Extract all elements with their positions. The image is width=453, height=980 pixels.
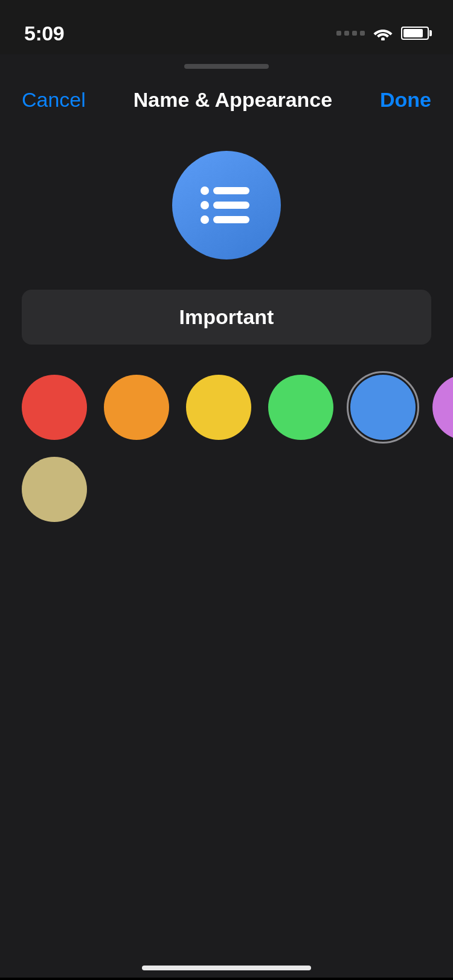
- svg-point-1: [201, 186, 209, 195]
- svg-point-3: [201, 201, 209, 209]
- color-swatch-red[interactable]: [22, 375, 87, 440]
- color-swatch-yellow[interactable]: [186, 375, 251, 440]
- list-icon: [196, 181, 257, 229]
- color-section: [0, 345, 453, 557]
- battery-icon: [401, 27, 429, 40]
- status-time: 5:09: [24, 22, 64, 45]
- color-swatch-purple[interactable]: [432, 375, 453, 440]
- color-row-1: [22, 375, 431, 440]
- sheet-handle: [0, 54, 453, 72]
- status-bar: 5:09: [0, 0, 453, 54]
- color-row-2: [22, 457, 431, 522]
- nav-bar: Cancel Name & Appearance Done: [0, 72, 453, 127]
- status-icons: [336, 26, 429, 40]
- home-indicator: [142, 966, 311, 970]
- svg-point-5: [201, 215, 209, 224]
- name-input[interactable]: [40, 305, 413, 329]
- name-field-container[interactable]: [22, 290, 431, 345]
- svg-rect-2: [213, 187, 249, 194]
- color-swatch-green[interactable]: [268, 375, 333, 440]
- sheet-handle-bar: [184, 64, 269, 69]
- page-title: Name & Appearance: [133, 88, 332, 112]
- color-swatch-orange[interactable]: [104, 375, 169, 440]
- svg-point-0: [381, 37, 385, 40]
- sheet: Cancel Name & Appearance Done: [0, 72, 453, 978]
- svg-rect-4: [213, 202, 249, 209]
- wifi-icon: [373, 26, 393, 40]
- color-swatch-tan[interactable]: [22, 457, 87, 522]
- color-swatch-blue[interactable]: [350, 375, 416, 440]
- list-icon-circle[interactable]: [172, 151, 281, 259]
- cancel-button[interactable]: Cancel: [22, 88, 86, 112]
- signal-icon: [336, 31, 365, 36]
- icon-area: [0, 127, 453, 290]
- done-button[interactable]: Done: [380, 88, 431, 112]
- svg-rect-6: [213, 216, 249, 223]
